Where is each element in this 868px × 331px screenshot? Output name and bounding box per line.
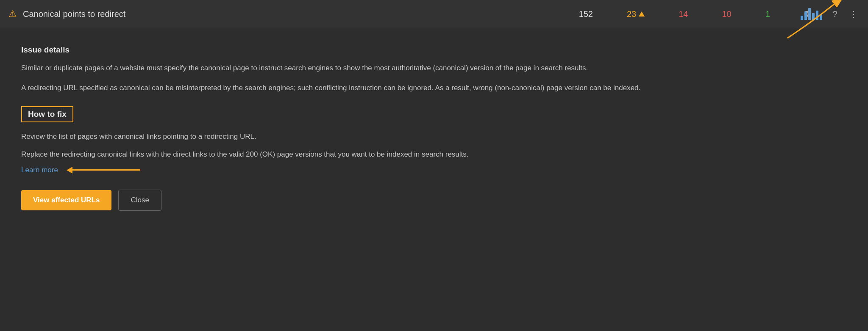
stat-green: 1 [765,9,770,19]
stat-orange: 23 [627,9,645,19]
description-text-2: A redirecting URL specified as canonical… [21,82,657,94]
warning-icon: ⚠ [8,8,17,19]
bar3 [808,8,811,20]
learn-more-link[interactable]: Learn more [21,166,58,174]
stat-total: 152 [579,9,593,19]
close-button[interactable]: Close [118,190,161,211]
arrow-head-left-icon [67,167,72,174]
top-arrow-annotation [779,0,847,42]
fix-text-2: Replace the redirecting canonical links … [21,149,657,160]
arrow-line [72,169,140,171]
stat-red: 14 [679,9,688,19]
header-bar: ⚠ Canonical points to redirect 152 23 14… [0,0,868,28]
bar6 [820,14,822,20]
how-to-fix-label: How to fix [21,106,73,122]
more-menu-button[interactable]: ⋮ [848,8,860,20]
description-text-1: Similar or duplicate pages of a website … [21,62,657,74]
learn-more-row: Learn more [21,166,657,174]
learn-more-arrow-annotation [67,167,140,174]
action-buttons: View affected URLs Close [21,190,657,211]
header-title: Canonical points to redirect [23,9,125,19]
header-icons: ? ⋮ [801,8,860,20]
header-left: ⚠ Canonical points to redirect [8,8,125,19]
stat-red2: 10 [722,9,732,19]
bar5 [816,11,818,20]
bar1 [801,16,803,20]
header-stats: 152 23 14 10 1 0 [579,9,809,19]
issue-details-title: Issue details [21,45,657,55]
bar-chart-icon[interactable] [801,8,822,20]
content-area: Issue details Similar or duplicate pages… [0,28,678,228]
view-affected-urls-button[interactable]: View affected URLs [21,190,111,210]
triangle-up-icon [639,11,645,17]
bar4 [812,13,815,20]
bar2 [804,11,807,20]
fix-text-1: Review the list of pages with canonical … [21,131,657,142]
help-button[interactable]: ? [829,8,841,20]
